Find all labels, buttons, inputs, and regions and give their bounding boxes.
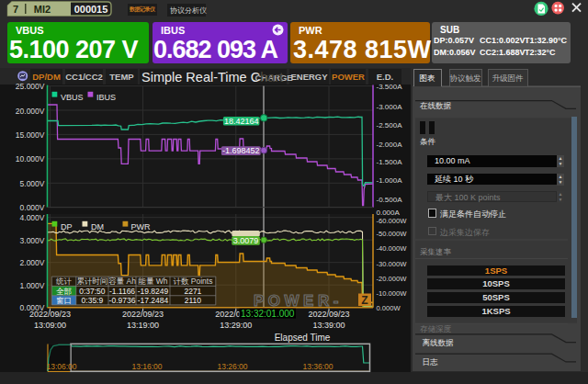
svg-text:7: 7 [13,4,18,15]
svg-text:000015: 000015 [74,4,108,15]
svg-text:MI2: MI2 [34,4,51,15]
